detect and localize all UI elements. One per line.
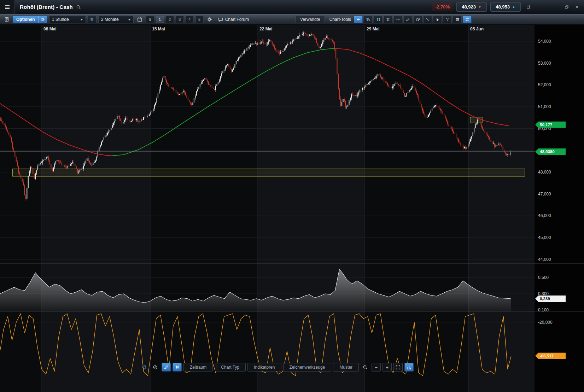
search-icon[interactable] [76,5,81,10]
chart-forum-button[interactable]: Chart Forum [216,17,251,22]
candle-body [234,64,235,68]
session-band [42,25,150,392]
candle-body [273,45,274,46]
layout-list-button[interactable] [2,16,11,23]
layers-button[interactable] [413,16,422,23]
candle-body [341,102,342,106]
candle-body [208,82,209,85]
candle-body [209,84,210,85]
candle-body [329,39,330,39]
undo-back-button[interactable] [354,16,363,23]
candle-body [491,140,491,142]
chart-mode-button[interactable] [404,363,414,371]
disable-drawing-button[interactable] [151,363,160,371]
chart-settings-button[interactable] [205,16,214,23]
candle-body [414,86,414,88]
candle-body [5,125,6,127]
candle-body [131,121,132,122]
step-button-1[interactable]: 1 [156,16,164,23]
close-window-button[interactable] [573,3,581,11]
candle-body [111,128,111,130]
cursor-tool-button[interactable] [433,16,442,23]
price-axis-label: 0,500 [538,275,549,280]
candle-body [160,84,161,89]
candle-body [16,157,17,162]
text-tool-button[interactable]: Tt [374,16,382,23]
step-button-s[interactable]: S [146,16,154,23]
sell-price-button[interactable]: 48,923 ▼ [456,2,487,12]
candle-body [287,44,288,46]
tool-settings-button[interactable] [463,16,472,23]
candle-body [80,170,80,172]
candle-body [152,111,152,112]
candle-body [105,135,105,137]
candle-body [138,121,139,122]
buy-price-button[interactable]: 48,953 ▲ [490,2,521,12]
reset-chart-button[interactable] [140,363,149,371]
chart-type-quick-button[interactable] [173,363,182,371]
related-button[interactable]: Verwandte [296,16,325,23]
candle-body [197,89,198,91]
step-button-4[interactable]: 4 [186,16,194,23]
restore-window-button[interactable] [562,3,571,11]
menu-button[interactable] [0,0,15,14]
draw-button[interactable] [162,363,171,371]
candle-body [481,124,481,127]
zoom-in-button[interactable]: + [382,363,392,371]
candle-body [327,36,328,38]
candle-body [269,40,270,42]
options-gear-segment[interactable] [38,16,47,23]
candle-body [268,41,269,43]
candle-body [1,119,2,121]
crosshair-button[interactable] [393,16,402,23]
fit-chart-button[interactable] [393,363,403,371]
candle-body [335,49,336,58]
zoom-out-area-button[interactable] [361,363,370,371]
candle-body [332,40,333,42]
candle-style-button[interactable] [88,16,97,23]
zeichenwerkzeuge-button[interactable]: Zeichenwerkzeuge [283,363,332,371]
chart-typ-button[interactable]: Chart Typ [215,363,246,371]
timeframe-select[interactable]: 1 Stunde [49,16,86,23]
candle-body [64,165,65,167]
wave-overlay-button[interactable] [423,16,432,23]
candle-body [437,105,437,106]
candlestick-icon [90,17,94,22]
candle-body [126,118,127,119]
options-button[interactable]: Optionen [13,16,47,23]
indikatoren-button[interactable]: Indikatoren [247,363,281,371]
price-axis[interactable] [535,25,584,392]
percent-scale-button[interactable]: % [364,16,373,23]
candle-body [10,135,11,138]
candle-body [81,169,81,171]
candle-body [449,124,449,126]
popout-button[interactable] [524,3,533,11]
zoom-out-button[interactable]: − [372,363,381,371]
step-button-5[interactable]: 5 [195,16,204,23]
candle-body [352,94,353,95]
step-button-2[interactable]: 2 [166,16,174,23]
range-select[interactable]: 2 Monate [98,16,134,23]
candle-body [433,107,433,108]
grid-toggle-button[interactable] [384,16,392,23]
candlestick-icon [175,365,180,370]
calendar-button[interactable] [135,16,144,23]
eyedropper-button[interactable] [403,16,412,23]
levels-button[interactable] [453,16,462,23]
muster-button[interactable]: Muster [333,363,359,371]
candle-body [487,135,487,136]
candle-body [495,146,496,146]
step-button-3[interactable]: 3 [176,16,184,23]
candle-body [427,117,427,118]
filter-button[interactable] [443,16,452,23]
chart-canvas[interactable]: 08 Mai15 Mai22 Mai29 Mai05 Jun54,00053,0… [0,0,584,392]
zeitraum-button[interactable]: Zeitraum [183,363,213,371]
candle-body [275,48,276,50]
candle-body [326,36,327,38]
sell-price-value: 48,923 [462,4,476,10]
price-quote-group: -2.70% 48,923 ▼ 48,953 ▲ [432,2,533,12]
candle-body [386,83,387,83]
support-zone-box[interactable] [12,169,525,176]
candle-body [382,79,383,79]
cursor-icon [436,17,440,22]
